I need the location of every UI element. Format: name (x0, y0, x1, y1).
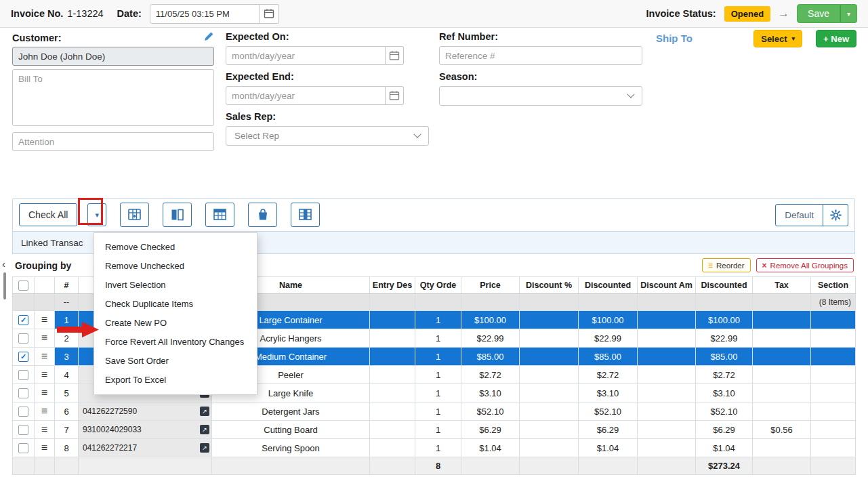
row-number: 1 (55, 311, 79, 329)
header-tax[interactable]: Tax (753, 277, 811, 294)
discounted-price: $3.10 (579, 384, 638, 402)
save-button[interactable]: Save (797, 4, 840, 23)
check-all-dropdown-button[interactable]: ▾ (87, 203, 106, 226)
check-all-button[interactable]: Check All (19, 203, 77, 226)
bill-to-textarea[interactable] (12, 69, 214, 126)
discounted-price: $1.04 (579, 439, 638, 457)
shopping-bag-button[interactable] (248, 203, 277, 227)
menu-item-check-duplicate-items[interactable]: Check Duplicate Items (94, 295, 257, 314)
item-name: Serving Spoon (212, 439, 370, 457)
date-input-group (150, 4, 279, 24)
drag-handle-icon[interactable]: ≡ (41, 314, 47, 325)
header-number[interactable]: # (55, 277, 79, 294)
expected-end-input[interactable] (226, 86, 386, 105)
check-icon: ✓ (20, 352, 26, 361)
qty-ordered: 1 (415, 311, 461, 329)
header-discount-pct[interactable]: Discount % (520, 277, 579, 294)
ref-number-label: Ref Number: (439, 31, 642, 42)
table-row[interactable]: ≡ 8 041262272217↗ Serving Spoon 1 $1.04 … (13, 439, 856, 457)
sales-rep-select[interactable]: Select Rep (226, 126, 429, 146)
edit-customer-icon[interactable] (204, 31, 214, 44)
panel-resize-handle[interactable] (3, 272, 6, 299)
collapse-panel-icon[interactable]: ‹ (2, 258, 5, 270)
header-price[interactable]: Price (461, 277, 520, 294)
sales-rep-value: Select Rep (234, 131, 279, 141)
table-view-button[interactable] (205, 203, 234, 227)
date-calendar-button[interactable] (260, 4, 279, 24)
grid-profile-button[interactable]: Default (775, 204, 823, 226)
grid-settings-button[interactable] (823, 204, 848, 226)
expected-on-input[interactable] (226, 46, 386, 65)
menu-item-save-sort-order[interactable]: Save Sort Order (94, 352, 257, 371)
invoice-status-label: Invoice Status: (646, 8, 716, 19)
row-checkbox[interactable]: ✓ (18, 315, 28, 325)
drag-handle-icon[interactable]: ≡ (41, 332, 47, 344)
attention-input[interactable] (12, 132, 214, 151)
expected-on-label: Expected On: (226, 31, 429, 42)
table-row[interactable]: ≡ 7 9310024029033↗ Cutting Board 1 $6.29… (13, 421, 856, 439)
expected-end-calendar-button[interactable] (386, 86, 404, 105)
header-entry-desc[interactable]: Entry Des (370, 277, 415, 294)
expected-on-calendar-button[interactable] (386, 46, 404, 65)
row-checkbox[interactable] (18, 443, 28, 453)
menu-item-remove-checked[interactable]: Remove Checked (94, 238, 257, 257)
row-checkbox[interactable] (18, 370, 28, 380)
barcode-value: 041262272217 (83, 443, 137, 453)
expected-end-group (226, 86, 404, 105)
header-section[interactable]: Section (811, 277, 856, 294)
tax (753, 366, 811, 384)
expected-on-group (226, 46, 404, 65)
drag-handle-icon[interactable]: ≡ (41, 350, 47, 362)
header-qty-ordered[interactable]: Qty Orde (415, 277, 461, 294)
season-select[interactable] (439, 86, 642, 106)
row-checkbox[interactable]: ✓ (18, 352, 28, 362)
menu-item-invert-selection[interactable]: Invert Selection (94, 276, 257, 295)
expected-end-label: Expected End: (226, 71, 429, 82)
row-checkbox[interactable] (18, 407, 28, 417)
reorder-button[interactable]: ≡ Reorder (702, 258, 751, 272)
open-item-icon[interactable]: ↗ (200, 443, 209, 453)
split-view-button[interactable] (163, 203, 192, 227)
header-discounted-total[interactable]: Discounted (696, 277, 753, 294)
customer-section: Customer: (12, 31, 214, 151)
invoice-no-label: Invoice No. (11, 8, 63, 19)
row-number: 6 (55, 402, 79, 421)
drag-handle-icon[interactable]: ≡ (41, 405, 47, 417)
price: $22.99 (461, 329, 520, 348)
table-row[interactable]: ≡ 6 041262272590↗ Detergent Jars 1 $52.1… (13, 402, 856, 421)
open-item-icon[interactable]: ↗ (200, 425, 209, 434)
qty-ordered: 1 (415, 439, 461, 457)
drag-handle-icon[interactable]: ≡ (41, 369, 47, 380)
row-checkbox[interactable] (18, 425, 28, 435)
ship-to-label: Ship To (656, 30, 693, 44)
menu-item-export-to-excel[interactable]: Export To Excel (94, 371, 257, 390)
select-all-checkbox[interactable] (18, 281, 28, 291)
remove-all-groupings-button[interactable]: × Remove All Groupings (756, 258, 854, 272)
menu-item-remove-unchecked[interactable]: Remove Unchecked (94, 257, 257, 276)
menu-item-force-revert-all-inventory-changes[interactable]: Force Revert All Inventory Changes (94, 333, 257, 352)
item-name: Detergent Jars (212, 402, 370, 421)
discounted-total: $2.72 (696, 366, 753, 384)
customer-input[interactable] (12, 47, 214, 66)
drag-handle-icon[interactable]: ≡ (41, 423, 47, 435)
drag-handle-icon[interactable]: ≡ (41, 442, 47, 453)
price: $6.29 (461, 421, 520, 439)
drag-handle-icon[interactable]: ≡ (41, 387, 47, 398)
table-add-button[interactable] (120, 203, 149, 227)
row-checkbox[interactable] (18, 388, 28, 398)
ref-number-input[interactable] (439, 46, 642, 65)
save-split-button: Save ▾ (797, 4, 857, 23)
season-label: Season: (439, 71, 642, 82)
menu-item-create-new-po[interactable]: Create New PO (94, 314, 257, 333)
save-dropdown-button[interactable]: ▾ (840, 4, 857, 23)
caret-down-icon: ▾ (792, 35, 795, 42)
header-discount-amount[interactable]: Discount Am (638, 277, 696, 294)
date-input[interactable] (150, 4, 260, 24)
row-checkbox[interactable] (18, 333, 28, 344)
table-columns-button[interactable] (291, 203, 320, 227)
header-discounted-price[interactable]: Discounted (579, 277, 638, 294)
discounted-price: $2.72 (579, 366, 638, 384)
open-item-icon[interactable]: ↗ (200, 407, 209, 416)
ship-to-select-button[interactable]: Select ▾ (753, 30, 802, 47)
new-ship-to-button[interactable]: + New (816, 30, 856, 47)
